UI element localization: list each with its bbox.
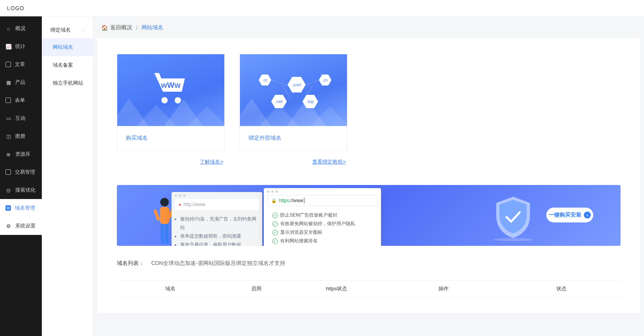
bullet: 表单提交数据窃听，密码泄露 <box>180 232 258 240</box>
sidebar-item-form[interactable]: 表单 <box>0 91 42 109</box>
sidebar-item-settings[interactable]: ⚙系统设置 <box>0 217 42 235</box>
card-label: 购买域名 <box>117 126 224 150</box>
table-header: 域名 启用 https状态 操作 状态 <box>117 280 621 297</box>
svg-rect-5 <box>161 224 164 244</box>
trade-icon <box>5 169 11 175</box>
sidebar-item-stats[interactable]: 📈统计 <box>0 37 42 55</box>
subnav-title-label: 绑定域名 <box>50 27 71 34</box>
sidebar-item-article[interactable]: 文章 <box>0 55 42 73</box>
link-bind-tutorial[interactable]: 查看绑定教程> <box>240 158 347 165</box>
svg-rect-7 <box>153 209 160 221</box>
lock-icon: 🔒 <box>271 198 277 203</box>
https-pros: 防止SEM广告投放账户被封 有效避免网站被劫持，保护用户隐私 显示浏览器安全图标… <box>264 209 381 246</box>
w-icon: W <box>5 205 11 211</box>
sidebar-label: 域名管理 <box>15 204 35 212</box>
sidebar-label: 系统设置 <box>15 222 36 229</box>
sidebar-label: 统计 <box>15 43 25 50</box>
https-rest: ://www <box>289 198 303 203</box>
bullet: 有利网站搜索排名 <box>272 236 376 245</box>
th-https: https状态 <box>288 285 385 292</box>
http-url: http://www <box>184 202 206 207</box>
logo: LOGO <box>7 5 24 11</box>
sidebar-label: 产品 <box>15 79 25 86</box>
home-icon: 🏠 <box>101 25 108 31</box>
card-image: .cc .com .cn .net .top <box>240 54 347 126</box>
warn-icon: ● <box>179 202 181 207</box>
svg-rect-4 <box>160 207 169 224</box>
sidebar-item-domain[interactable]: W域名管理 <box>0 199 42 217</box>
install-button[interactable]: 一键购买安装 › <box>546 208 593 222</box>
https-browser: 🔒https://www 防止SEM广告投放账户被封 有效避免网站被劫持，保护用… <box>264 188 381 246</box>
top-header: LOGO <box>0 0 644 16</box>
card-label: 绑定外部域名 <box>240 126 347 150</box>
sidebar-label: 交易管理 <box>15 169 35 176</box>
sidebar-label: 概况 <box>15 25 25 32</box>
subnav-item-record[interactable]: 域名备案 <box>42 56 93 74</box>
subnav-item-label: 域名备案 <box>53 62 73 68</box>
sidebar-item-overview[interactable]: ⌂概况 <box>0 20 42 37</box>
th-enable: 启用 <box>224 285 288 292</box>
bullet: 篡改交易信息，偷取用户数据 <box>180 240 258 246</box>
subnav-title[interactable]: 绑定域名 ︿ <box>42 22 93 38</box>
home-icon: ⌂ <box>5 26 11 32</box>
sidebar-label: 互动 <box>15 115 25 122</box>
https-prefix: https <box>279 198 289 203</box>
breadcrumb-back[interactable]: 🏠 返回概况 <box>101 24 132 31</box>
sidebar-item-seo[interactable]: ◎搜索优化 <box>0 181 42 199</box>
subnav-item-mobile[interactable]: 独立手机网站 <box>42 74 93 92</box>
install-button-label: 一键购买安装 <box>549 212 581 219</box>
content-panel: wWw 购买域名 .cc .com <box>97 38 640 313</box>
card-bind-external[interactable]: .cc .com .cn .net .top 绑定外部域名 <box>240 54 347 151</box>
tld-cn: .cn <box>319 75 331 85</box>
arrow-right-icon: › <box>584 212 591 219</box>
http-cons: 被劫持/污染，充满广告，去到钓鱼网站 表单提交数据窃听，密码泄露 篡改交易信息，… <box>172 213 262 246</box>
sidebar-label: 表单 <box>15 97 25 104</box>
card-buy-domain[interactable]: wWw 购买域名 <box>117 54 225 151</box>
sidebar-item-trade[interactable]: 交易管理 <box>0 163 42 181</box>
card-image: wWw <box>117 54 224 126</box>
sub-sidebar: 绑定域名 ︿ 网站域名 域名备案 独立手机网站 <box>42 16 93 336</box>
th-action: 操作 <box>385 285 503 292</box>
link-learn-domain[interactable]: 了解域名> <box>117 158 225 165</box>
sidebar-item-interact[interactable]: ▭互动 <box>0 109 42 127</box>
subnav-item-label: 网站域名 <box>53 44 73 50</box>
svg-point-9 <box>494 238 533 241</box>
bullet: 防止SEM广告投放账户被封 <box>272 211 376 219</box>
chevron-up-icon: ︿ <box>81 27 85 33</box>
main-sidebar: ⌂概况 📈统计 文章 ▦产品 表单 ▭互动 ◫图册 ≣资源库 交易管理 ◎搜索优… <box>0 16 42 336</box>
th-status: 状态 <box>503 285 621 292</box>
gallery-icon: ◫ <box>5 133 11 139</box>
breadcrumb-back-label: 返回概况 <box>110 24 132 31</box>
chat-icon: ▭ <box>5 116 11 121</box>
svg-point-3 <box>160 198 169 206</box>
sidebar-label: 资源库 <box>15 151 30 158</box>
domain-list-title: 域名列表： CDN全球动态加速-需网站国际版且绑定独立域名才支持 <box>117 260 621 267</box>
sidebar-label: 文章 <box>15 61 25 68</box>
subnav-item-site-domain[interactable]: 网站域名 <box>42 38 93 56</box>
http-browser: ●http://www 被劫持/污染，充满广告，去到钓鱼网站 表单提交数据窃听，… <box>172 192 262 246</box>
search-icon: ◎ <box>5 187 11 193</box>
svg-rect-6 <box>165 224 168 244</box>
sidebar-label: 图册 <box>15 133 25 140</box>
breadcrumb-sep: / <box>136 25 138 31</box>
breadcrumb-current: 网站域名 <box>141 24 163 31</box>
grid-icon: ▦ <box>5 80 11 85</box>
form-icon <box>5 98 11 103</box>
th-domain: 域名 <box>117 285 224 292</box>
sidebar-item-resources[interactable]: ≣资源库 <box>0 145 42 163</box>
db-icon: ≣ <box>5 151 11 157</box>
gear-icon: ⚙ <box>5 223 11 229</box>
svg-point-2 <box>175 97 181 103</box>
main-content: 🏠 返回概况 / 网站域名 wWw <box>93 16 644 336</box>
chart-icon: 📈 <box>5 44 11 50</box>
tld-cc: .cc <box>259 75 271 85</box>
sidebar-item-gallery[interactable]: ◫图册 <box>0 127 42 145</box>
svg-point-1 <box>161 97 168 103</box>
bullet: 显示浏览器安全图标 <box>272 228 376 236</box>
shield-icon <box>492 194 535 241</box>
tld-com: .com <box>288 77 306 92</box>
https-banner: ●http://www 被劫持/污染，充满广告，去到钓鱼网站 表单提交数据窃听，… <box>117 185 621 246</box>
subnav-item-label: 独立手机网站 <box>53 80 83 86</box>
sidebar-item-product[interactable]: ▦产品 <box>0 73 42 91</box>
list-title-sub: CDN全球动态加速-需网站国际版且绑定独立域名才支持 <box>151 260 285 266</box>
